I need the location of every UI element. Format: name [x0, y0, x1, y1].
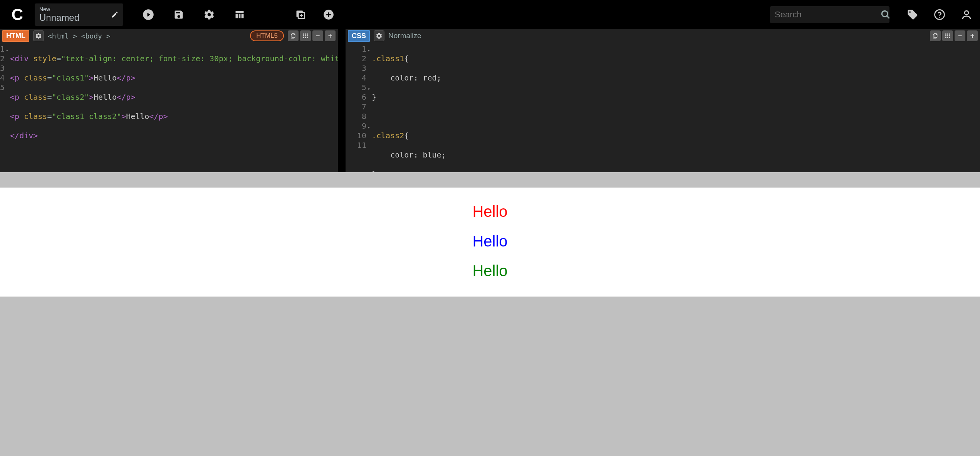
- line-number: 2: [346, 54, 366, 64]
- grid-icon[interactable]: [942, 30, 953, 41]
- output-preview-wrap: Hello Hello Hello: [0, 172, 980, 456]
- html-mode-pill[interactable]: HTML5: [250, 30, 284, 41]
- line-number: 3: [346, 64, 366, 73]
- preview-line-3: Hello: [0, 262, 980, 280]
- html-pane-tools: − +: [288, 30, 336, 41]
- line-number: 5: [0, 83, 5, 92]
- css-normalize-label[interactable]: Normalize: [388, 32, 421, 40]
- svg-rect-21: [947, 35, 948, 37]
- html-code[interactable]: <div style="text-align: center; font-siz…: [8, 44, 338, 172]
- grid-icon[interactable]: [300, 30, 311, 41]
- output-preview: Hello Hello Hello: [0, 188, 980, 297]
- svg-rect-14: [303, 37, 304, 38]
- plus-icon[interactable]: +: [325, 30, 336, 41]
- css-code-area[interactable]: 1 2 3 4 5 6 7 8 9 10 11 .class1{ color: …: [346, 43, 980, 172]
- preview-line-2: Hello: [0, 233, 980, 250]
- svg-rect-13: [307, 35, 308, 37]
- css-pane-tools: − +: [930, 30, 978, 41]
- css-settings-icon[interactable]: [374, 30, 384, 41]
- html-gutter: 1 2 3 4 5: [0, 44, 8, 172]
- svg-rect-12: [305, 35, 306, 37]
- svg-rect-19: [949, 34, 950, 35]
- line-number: 10: [346, 131, 366, 141]
- html-pane-label[interactable]: HTML: [2, 30, 29, 42]
- tag-icon[interactable]: [907, 9, 918, 20]
- minus-icon[interactable]: −: [312, 30, 323, 41]
- line-number: 1: [0, 44, 5, 54]
- svg-rect-17: [945, 34, 946, 35]
- html-settings-icon[interactable]: [33, 30, 44, 41]
- line-number: 3: [0, 64, 5, 73]
- new-label: New: [39, 6, 119, 12]
- css-code[interactable]: .class1{ color: red; } .class2{ color: b…: [369, 44, 980, 172]
- html-code-area[interactable]: 1 2 3 4 5 <div style="text-align: center…: [0, 43, 338, 172]
- svg-point-6: [939, 17, 940, 17]
- minus-icon[interactable]: −: [955, 30, 965, 41]
- html-breadcrumb: <html > <body >: [48, 32, 111, 40]
- save-icon[interactable]: [173, 9, 184, 20]
- svg-rect-16: [307, 37, 308, 38]
- toolbar-add-icons: [295, 9, 334, 20]
- settings-icon[interactable]: [203, 9, 215, 20]
- search-icon[interactable]: [881, 10, 891, 20]
- svg-rect-18: [947, 34, 948, 35]
- add-circle-icon[interactable]: [323, 9, 334, 20]
- svg-rect-10: [307, 34, 308, 35]
- help-icon[interactable]: [934, 9, 945, 20]
- svg-rect-25: [949, 37, 950, 38]
- line-number: 9: [346, 121, 366, 131]
- editors-row: HTML <html > <body > HTML5 − + 1 2 3 4 5: [0, 29, 980, 172]
- line-number: 4: [0, 73, 5, 83]
- toolbar-main-icons: [143, 9, 245, 20]
- line-number: 7: [346, 102, 366, 112]
- line-number: 1: [346, 44, 366, 54]
- html-editor-pane: HTML <html > <body > HTML5 − + 1 2 3 4 5: [0, 29, 346, 172]
- line-number: 2: [0, 54, 5, 64]
- search-box[interactable]: [770, 6, 889, 23]
- css-pane-label[interactable]: CSS: [348, 30, 370, 42]
- user-icon[interactable]: [961, 9, 972, 20]
- project-title-block[interactable]: New Unnamed: [35, 3, 123, 26]
- clipboard-icon[interactable]: [288, 30, 299, 41]
- top-toolbar: C New Unnamed: [0, 0, 980, 29]
- clipboard-icon[interactable]: [930, 30, 941, 41]
- svg-rect-20: [945, 35, 946, 37]
- css-gutter: 1 2 3 4 5 6 7 8 9 10 11: [346, 44, 369, 172]
- css-pane-header: CSS Normalize − +: [346, 29, 980, 43]
- plus-icon[interactable]: +: [967, 30, 978, 41]
- search-input[interactable]: [775, 10, 881, 20]
- preview-gap: [0, 172, 980, 188]
- svg-rect-11: [303, 35, 304, 37]
- svg-rect-24: [947, 37, 948, 38]
- line-number: 4: [346, 73, 366, 83]
- toolbar-right-icons: [907, 9, 972, 20]
- svg-rect-9: [305, 34, 306, 35]
- svg-point-7: [965, 11, 968, 15]
- svg-rect-22: [949, 35, 950, 37]
- svg-rect-15: [305, 37, 306, 38]
- preview-line-1: Hello: [0, 203, 980, 220]
- edit-icon[interactable]: [111, 11, 119, 18]
- svg-rect-23: [945, 37, 946, 38]
- css-editor-pane: CSS Normalize − + 1 2 3 4 5 6 7 8: [346, 29, 980, 172]
- line-number: 11: [346, 141, 366, 150]
- svg-point-4: [882, 11, 888, 17]
- svg-rect-8: [303, 34, 304, 35]
- run-icon[interactable]: [143, 9, 154, 20]
- add-panel-icon[interactable]: [295, 9, 306, 20]
- line-number: 5: [346, 83, 366, 92]
- html-pane-header: HTML <html > <body > HTML5 − +: [0, 29, 338, 43]
- app-logo[interactable]: C: [8, 5, 27, 24]
- layout-icon[interactable]: [234, 9, 245, 20]
- line-number: 8: [346, 112, 366, 121]
- line-number: 6: [346, 92, 366, 102]
- project-title: Unnamed: [39, 12, 119, 23]
